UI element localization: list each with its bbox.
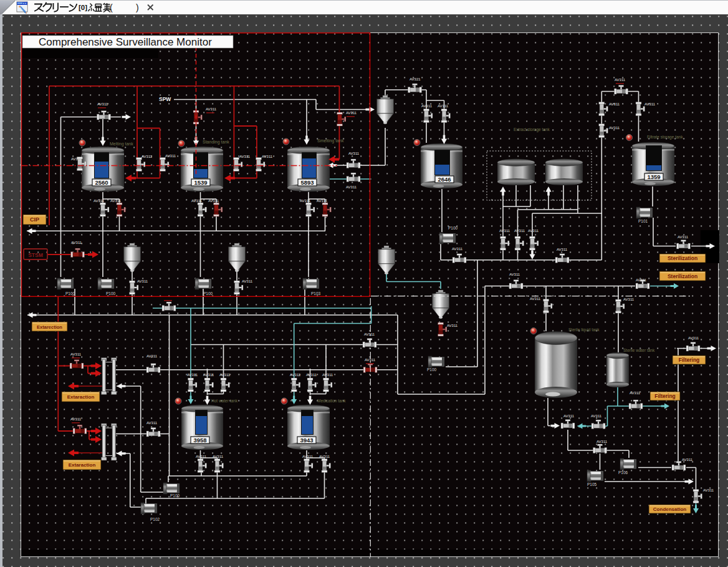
svg-text:P106: P106 (618, 470, 628, 475)
svg-text:AV311: AV311 (110, 199, 122, 203)
svg-text:P100: P100 (448, 226, 458, 230)
svg-text:1539: 1539 (194, 179, 207, 186)
svg-text:Extarection: Extarection (37, 324, 62, 330)
svg-text:2646: 2646 (438, 176, 451, 183)
svg-text:STSM: STSM (28, 252, 43, 258)
svg-text:Filtrate storage tank: Filtrate storage tank (647, 135, 683, 140)
svg-text:AV311: AV311 (70, 417, 82, 421)
svg-text:AV311: AV311 (141, 155, 153, 158)
svg-text:[0]: [0] (79, 4, 87, 11)
svg-text:): ) (136, 2, 139, 12)
svg-text:AV311: AV311 (346, 111, 357, 115)
svg-text:Sterile water tank: Sterile water tank (623, 348, 655, 352)
svg-text:Smelting tank: Smelting tank (317, 138, 344, 143)
svg-text:AV311: AV311 (262, 155, 273, 158)
svg-text:P102: P102 (150, 517, 160, 521)
svg-text:AV321: AV321 (410, 77, 421, 81)
svg-text:Comprehensive Surveillance Mon: Comprehensive Surveillance Monitor (39, 36, 212, 48)
svg-text:AV311: AV311 (623, 298, 635, 301)
svg-text:AV311: AV311 (317, 199, 328, 203)
svg-text:AV311: AV311 (530, 297, 541, 301)
svg-text:Sterile liquid tank: Sterile liquid tank (568, 327, 600, 332)
svg-text:Condensation: Condensation (653, 506, 686, 512)
svg-text:AV311: AV311 (208, 199, 219, 203)
svg-text:P105: P105 (587, 482, 597, 487)
svg-text:P100: P100 (65, 291, 75, 296)
svg-text:AV311: AV311 (71, 157, 82, 161)
svg-text:AV311: AV311 (609, 102, 620, 106)
svg-text:AV311: AV311 (609, 126, 620, 130)
svg-text:Standing tank: Standing tank (203, 140, 229, 145)
svg-text:5893: 5893 (300, 179, 314, 186)
svg-text:AV311: AV311 (452, 247, 463, 251)
svg-text:AV311: AV311 (688, 336, 699, 340)
svg-text:CIP: CIP (30, 216, 39, 223)
svg-text:3958: 3958 (193, 437, 206, 443)
svg-text:AV311: AV311 (306, 373, 317, 377)
svg-text:AV311: AV311 (191, 199, 203, 203)
svg-text:AV311: AV311 (557, 248, 568, 251)
svg-text:AV311: AV311 (509, 273, 520, 276)
svg-text:P100: P100 (427, 367, 437, 372)
svg-text:AV311: AV311 (682, 458, 693, 462)
svg-text:AV311: AV311 (93, 199, 105, 203)
svg-text:2560: 2560 (95, 179, 108, 186)
svg-text:AV311: AV311 (596, 440, 608, 443)
svg-text:AV311: AV311 (421, 104, 433, 108)
svg-text:(: ( (110, 2, 113, 12)
svg-text:AV311: AV311 (364, 332, 375, 336)
svg-text:AV311: AV311 (70, 352, 82, 356)
svg-text:AV311: AV311 (365, 358, 376, 362)
svg-text:AV311: AV311 (206, 107, 217, 111)
svg-text:Filtering: Filtering (654, 393, 676, 399)
svg-text:AV311: AV311 (591, 414, 602, 418)
svg-text:AV311: AV311 (703, 488, 714, 492)
svg-text:Filtering: Filtering (679, 357, 700, 363)
svg-text:Extaraction: Extaraction (67, 394, 95, 400)
svg-text:P100: P100 (106, 291, 116, 296)
svg-text:AV311: AV311 (97, 102, 108, 106)
svg-text:AV311: AV311 (447, 324, 458, 327)
svg-text:1359: 1359 (647, 173, 660, 180)
svg-text:AV311: AV311 (239, 155, 251, 158)
svg-text:AV311: AV311 (636, 278, 647, 282)
svg-text:AV311: AV311 (302, 455, 314, 458)
svg-text:AV311: AV311 (196, 455, 207, 458)
svg-text:Extract storage tank: Extract storage tank (514, 127, 550, 132)
svg-text:AV311: AV311 (528, 229, 539, 233)
svg-text:Medication tank: Medication tank (317, 399, 346, 403)
svg-text:AV311: AV311 (219, 373, 231, 377)
svg-text:AV311: AV311 (438, 104, 449, 108)
svg-text:AV311: AV311 (615, 78, 626, 82)
svg-text:AV311: AV311 (137, 279, 148, 283)
svg-text:AV311: AV311 (346, 185, 357, 189)
svg-text:AV311: AV311 (300, 199, 311, 203)
svg-text:AV311: AV311 (563, 414, 575, 418)
svg-text:Hot water tank: Hot water tank (211, 399, 238, 403)
svg-text:AV311: AV311 (146, 421, 158, 425)
svg-text:AV311: AV311 (319, 455, 330, 458)
svg-text:AV311: AV311 (187, 373, 198, 377)
svg-text:SPW: SPW (159, 96, 171, 102)
svg-text:AV311: AV311 (203, 373, 214, 377)
svg-text:P100: P100 (203, 291, 213, 296)
svg-text:AV311: AV311 (514, 229, 525, 233)
svg-text:AV311: AV311 (71, 241, 82, 245)
svg-text:Melting tank: Melting tank (110, 142, 133, 147)
svg-text:Sterilization: Sterilization (668, 273, 697, 279)
svg-text:AV311: AV311 (213, 455, 224, 458)
svg-text:AV311: AV311 (348, 152, 360, 155)
svg-text:AV311: AV311 (499, 229, 510, 233)
svg-text:P100: P100 (170, 493, 180, 498)
svg-text:Extaraction: Extaraction (69, 462, 96, 468)
svg-text:AV311: AV311 (630, 391, 641, 395)
svg-text:AV311: AV311 (146, 354, 158, 358)
svg-text:P103: P103 (311, 291, 321, 296)
svg-text:AV311: AV311 (165, 154, 176, 158)
svg-text:Sterilization: Sterilization (668, 255, 697, 261)
svg-text:AV311: AV311 (644, 102, 656, 106)
svg-text:AV311: AV311 (322, 373, 333, 377)
svg-text:3943: 3943 (300, 437, 313, 443)
svg-text:AV311: AV311 (242, 279, 253, 283)
svg-text:P101: P101 (638, 219, 648, 223)
